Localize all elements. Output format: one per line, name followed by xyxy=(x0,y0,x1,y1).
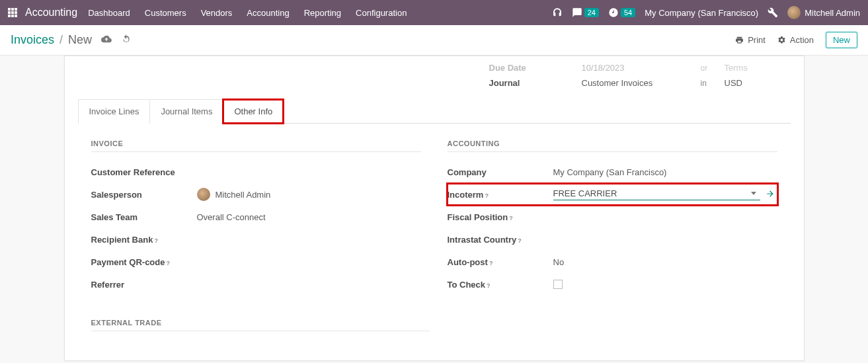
navbar: Accounting Dashboard Customers Vendors A… xyxy=(0,0,868,25)
tab-invoice-lines[interactable]: Invoice Lines xyxy=(78,99,150,124)
tab-other-info[interactable]: Other Info xyxy=(223,99,284,124)
incoterm-label: Incoterm? xyxy=(448,190,553,200)
user-menu[interactable]: Mitchell Admin xyxy=(787,6,860,19)
customer-ref-label: Customer Reference xyxy=(91,167,197,177)
incoterm-field[interactable] xyxy=(553,188,760,200)
due-date-value[interactable]: 10/18/2023 xyxy=(582,63,701,73)
breadcrumb-current: New xyxy=(68,33,92,47)
apps-icon[interactable] xyxy=(8,8,17,17)
control-bar: Invoices / New Print Action New xyxy=(0,25,868,56)
accounting-section: ACCOUNTING Company My Company (San Franc… xyxy=(448,140,777,296)
form-sheet: Due Date 10/18/2023 or Terms Journal Cus… xyxy=(64,56,805,361)
user-name: Mitchell Admin xyxy=(805,8,860,18)
print-button[interactable]: Print xyxy=(735,35,766,45)
intrastat-country-label: Intrastat Country? xyxy=(448,235,553,245)
tabs: Invoice Lines Journal Items Other Info xyxy=(78,99,791,124)
company-switcher[interactable]: My Company (San Francisco) xyxy=(645,8,758,18)
salesperson-avatar-icon xyxy=(197,188,210,201)
menu-vendors[interactable]: Vendors xyxy=(201,8,233,18)
journal-label: Journal xyxy=(489,78,582,88)
menu-dashboard[interactable]: Dashboard xyxy=(88,8,130,18)
messages-badge: 24 xyxy=(584,8,599,17)
due-or-label: or xyxy=(701,63,725,73)
breadcrumb-separator: / xyxy=(59,33,63,47)
external-trade-title: EXTERNAL TRADE xyxy=(91,319,430,331)
activities-icon[interactable]: 54 xyxy=(608,7,635,18)
navbar-right: 24 54 My Company (San Francisco) Mitchel… xyxy=(552,6,860,19)
breadcrumb-root[interactable]: Invoices xyxy=(11,33,54,47)
journal-in-label: in xyxy=(701,79,725,88)
sales-team-label: Sales Team xyxy=(91,212,197,222)
salesperson-field[interactable]: Mitchell Admin xyxy=(197,188,421,201)
auto-post-label: Auto-post? xyxy=(448,257,553,267)
invoice-section-title: INVOICE xyxy=(91,140,421,152)
payment-qr-label: Payment QR-code? xyxy=(91,257,197,267)
main-menu: Dashboard Customers Vendors Accounting R… xyxy=(88,8,407,18)
menu-reporting[interactable]: Reporting xyxy=(304,8,341,18)
new-button[interactable]: New xyxy=(826,32,857,48)
menu-customers[interactable]: Customers xyxy=(145,8,186,18)
company-field[interactable]: My Company (San Francisco) xyxy=(553,167,777,177)
app-brand[interactable]: Accounting xyxy=(25,7,77,19)
salesperson-label: Salesperson xyxy=(91,190,197,200)
due-date-label: Due Date xyxy=(489,63,582,73)
fiscal-position-label: Fiscal Position? xyxy=(448,212,553,222)
company-label: Company xyxy=(448,167,553,177)
auto-post-field[interactable]: No xyxy=(553,257,777,267)
menu-accounting[interactable]: Accounting xyxy=(247,8,289,18)
discard-icon[interactable] xyxy=(121,34,132,46)
header-fields: Due Date 10/18/2023 or Terms Journal Cus… xyxy=(65,56,804,92)
journal-value[interactable]: Customer Invoices xyxy=(582,78,701,88)
referrer-label: Referrer xyxy=(91,280,197,290)
avatar-icon xyxy=(787,6,801,19)
debug-icon[interactable] xyxy=(768,7,778,18)
sales-team-field[interactable]: Overall C-connect xyxy=(197,212,421,222)
messages-icon[interactable]: 24 xyxy=(572,7,599,18)
incoterm-input[interactable] xyxy=(553,188,747,198)
activities-badge: 54 xyxy=(621,8,635,17)
accounting-section-title: ACCOUNTING xyxy=(448,140,777,152)
print-icon xyxy=(735,36,744,44)
action-button[interactable]: Action xyxy=(777,35,814,45)
menu-configuration[interactable]: Configuration xyxy=(356,8,407,18)
to-check-checkbox[interactable] xyxy=(553,280,563,289)
due-terms-value[interactable]: Terms xyxy=(725,63,777,73)
journal-currency[interactable]: USD xyxy=(725,78,777,88)
tab-journal-items[interactable]: Journal Items xyxy=(149,99,223,124)
support-icon[interactable] xyxy=(552,7,563,18)
invoice-section: INVOICE Customer Reference Salesperson M… xyxy=(91,140,421,296)
salesperson-value: Mitchell Admin xyxy=(216,190,271,200)
recipient-bank-label: Recipient Bank? xyxy=(91,235,197,245)
to-check-label: To Check? xyxy=(448,280,553,290)
incoterm-external-link-icon[interactable] xyxy=(766,189,775,200)
breadcrumb: Invoices / New xyxy=(11,33,92,47)
chevron-down-icon[interactable] xyxy=(751,192,756,195)
save-cloud-icon[interactable] xyxy=(101,34,112,46)
external-trade-section: EXTERNAL TRADE xyxy=(65,319,457,331)
gear-icon xyxy=(777,36,786,44)
